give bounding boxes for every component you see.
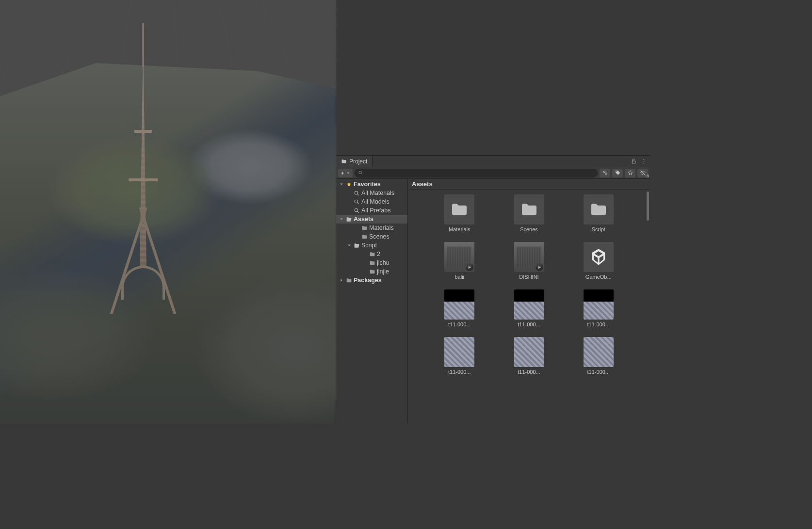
hidden-count-button[interactable]: 8 xyxy=(637,169,648,177)
tree-label: jinjie xyxy=(377,268,389,275)
kebab-menu-icon[interactable] xyxy=(641,158,647,164)
lock-open-icon[interactable] xyxy=(631,158,637,164)
asset-name: Scenes xyxy=(520,226,538,232)
asset-item[interactable]: t11-000... xyxy=(511,289,547,327)
plus-icon xyxy=(340,171,345,176)
asset-item[interactable]: Scenes xyxy=(511,194,547,232)
asset-name: t11-000... xyxy=(518,369,540,375)
hidden-count: 8 xyxy=(647,174,649,178)
filter-by-label-button[interactable] xyxy=(612,169,623,177)
asset-item[interactable]: balii xyxy=(441,242,477,280)
chevron-right-icon xyxy=(340,278,343,282)
asset-item[interactable]: t11-000... xyxy=(511,337,547,375)
tree-label: All Prefabs xyxy=(361,207,390,214)
folder-icon xyxy=(346,277,352,284)
chevron-down-icon xyxy=(340,182,343,186)
tree-folder[interactable]: jinjie xyxy=(336,267,407,276)
play-overlay-icon xyxy=(466,263,473,271)
breadcrumb[interactable]: Assets xyxy=(408,179,650,190)
asset-grid: MaterialsScenesScriptbaliiDISHINIGameOb.… xyxy=(411,194,647,375)
texture-thumb xyxy=(444,337,474,367)
caret-down-icon xyxy=(346,171,351,176)
folder-icon xyxy=(369,251,375,257)
svg-point-0 xyxy=(644,159,645,160)
eye-off-icon xyxy=(640,170,646,176)
folder-icon xyxy=(361,234,368,240)
project-panel: Project xyxy=(336,155,650,423)
tree-packages[interactable]: Packages xyxy=(336,276,407,285)
play-overlay-icon xyxy=(536,263,543,271)
folder-icon xyxy=(341,159,347,164)
tree-label: Script xyxy=(361,242,377,249)
tree-label: Packages xyxy=(354,277,382,284)
model-thumb xyxy=(514,242,544,272)
asset-item[interactable]: Script xyxy=(581,194,617,232)
tab-project-label: Project xyxy=(349,158,367,165)
svg-point-4 xyxy=(603,171,605,173)
tree-label: jichu xyxy=(377,259,390,266)
project-toolbar: 8 xyxy=(336,167,650,179)
texture-thumb xyxy=(514,289,544,320)
search-icon xyxy=(354,190,360,196)
tree-fav-item[interactable]: All Models xyxy=(336,197,407,206)
folder-tree[interactable]: Favorites All Materials All Models xyxy=(336,179,408,423)
tree-fav-item[interactable]: All Materials xyxy=(336,189,407,197)
tree-label: 2 xyxy=(377,251,380,257)
asset-item[interactable]: t11-000... xyxy=(581,337,617,375)
asset-name: Script xyxy=(592,226,605,232)
search-input[interactable] xyxy=(365,170,594,176)
tree-folder-script[interactable]: Script xyxy=(336,241,407,250)
search-field[interactable] xyxy=(355,169,598,177)
star-filled-icon xyxy=(346,181,352,188)
chevron-down-icon xyxy=(347,243,351,247)
scene-view[interactable] xyxy=(0,0,336,423)
folder-icon xyxy=(444,194,474,224)
tree-fav-item[interactable]: All Prefabs xyxy=(336,206,407,215)
tree-folder[interactable]: 2 xyxy=(336,250,407,258)
create-asset-button[interactable] xyxy=(338,169,353,177)
save-search-button[interactable] xyxy=(625,169,635,177)
breadcrumb-text: Assets xyxy=(412,180,433,188)
svg-point-5 xyxy=(605,173,606,174)
tree-folder[interactable]: jichu xyxy=(336,258,407,267)
prefab-icon xyxy=(584,242,614,272)
tree-folder[interactable]: Scenes xyxy=(336,232,407,241)
folder-icon xyxy=(514,194,544,224)
asset-name: t11-000... xyxy=(448,369,471,375)
texture-thumb xyxy=(584,289,614,320)
model-thumb xyxy=(444,242,474,272)
folder-open-icon xyxy=(346,216,352,223)
asset-item[interactable]: t11-000... xyxy=(441,289,477,327)
project-split: Favorites All Materials All Models xyxy=(336,179,650,423)
filter-type-icon xyxy=(602,170,608,176)
asset-name: Materials xyxy=(449,226,471,232)
asset-item[interactable]: t11-000... xyxy=(441,337,477,375)
tree-label: All Models xyxy=(361,198,390,205)
right-column: Project xyxy=(336,0,650,423)
tree-label: Assets xyxy=(354,216,374,223)
tag-icon xyxy=(615,170,621,176)
tab-project[interactable]: Project xyxy=(336,156,373,167)
texture-thumb xyxy=(584,337,614,367)
tree-assets[interactable]: Assets xyxy=(336,215,407,224)
asset-name: t11-000... xyxy=(518,321,540,327)
tree-label: Materials xyxy=(369,224,394,231)
folder-open-icon xyxy=(354,242,360,249)
texture-thumb xyxy=(514,337,544,367)
asset-area: Assets MaterialsScenesScriptbaliiDISHINI… xyxy=(408,179,650,423)
asset-item[interactable]: Materials xyxy=(441,194,477,232)
svg-point-7 xyxy=(355,200,358,203)
asset-grid-scroll[interactable]: MaterialsScenesScriptbaliiDISHINIGameOb.… xyxy=(408,190,650,423)
tree-label: All Materials xyxy=(361,190,394,196)
tree-folder[interactable]: Materials xyxy=(336,224,407,232)
asset-item[interactable]: DISHINI xyxy=(511,242,547,280)
tree-label: Scenes xyxy=(369,233,390,240)
folder-icon xyxy=(369,260,375,266)
chevron-down-icon xyxy=(340,217,343,221)
scrollbar-thumb[interactable] xyxy=(647,192,649,221)
search-icon xyxy=(354,199,360,205)
tree-favorites[interactable]: Favorites xyxy=(336,180,407,189)
filter-by-type-button[interactable] xyxy=(600,169,610,177)
asset-item[interactable]: GameOb... xyxy=(581,242,617,280)
asset-item[interactable]: t11-000... xyxy=(581,289,617,327)
